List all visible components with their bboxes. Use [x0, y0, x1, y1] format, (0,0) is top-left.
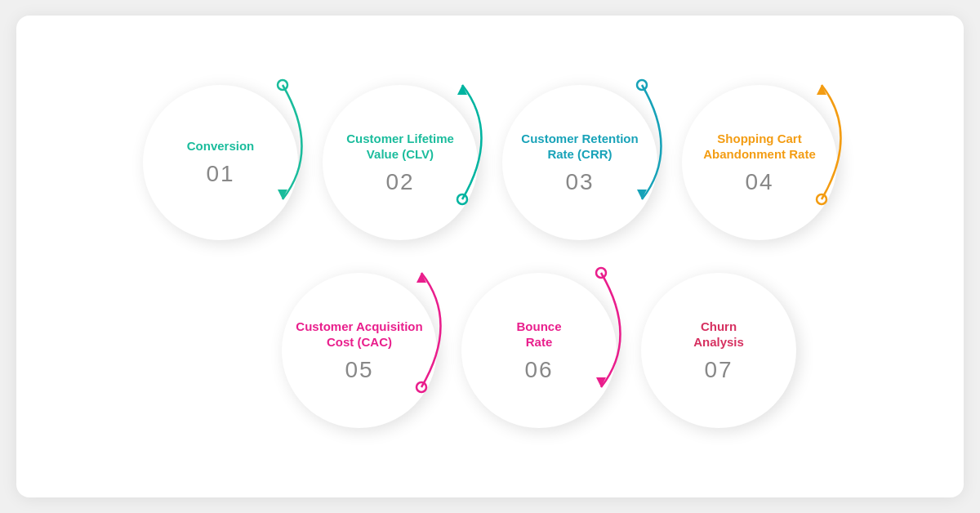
label-7: ChurnAnalysis [681, 319, 756, 350]
arc-6 [595, 256, 644, 404]
number-1: 01 [206, 161, 234, 187]
arc-4 [815, 69, 864, 216]
arc-3 [635, 69, 684, 216]
item-7: ChurnAnalysis 07 [629, 261, 808, 440]
top-row: Conversion 01 Customer LifetimeValue (CL… [131, 73, 849, 252]
item-3: Customer RetentionRate (CRR) 03 [490, 73, 670, 252]
label-5: Customer AcquisitionCost (CAC) [283, 319, 434, 350]
item-1: Conversion 01 [131, 73, 310, 252]
circle-3: Customer RetentionRate (CRR) 03 [502, 85, 657, 240]
circle-2: Customer LifetimeValue (CLV) 02 [323, 85, 478, 240]
number-2: 02 [385, 169, 414, 195]
number-3: 03 [565, 169, 594, 195]
circle-5: Customer AcquisitionCost (CAC) 05 [282, 273, 437, 428]
bottom-row: Customer AcquisitionCost (CAC) 05 Bounce… [270, 261, 808, 440]
label-3: Customer RetentionRate (CRR) [509, 131, 650, 163]
number-5: 05 [345, 357, 373, 383]
item-5: Customer AcquisitionCost (CAC) 05 [270, 261, 449, 440]
number-7: 07 [704, 357, 733, 383]
arc-2 [456, 69, 505, 216]
main-container: Conversion 01 Customer LifetimeValue (CL… [16, 16, 964, 497]
circle-7: ChurnAnalysis 07 [641, 273, 796, 428]
item-4: Shopping CartAbandonment Rate 04 [670, 73, 849, 252]
circle-6: BounceRate 06 [461, 273, 617, 428]
number-6: 06 [524, 357, 553, 383]
label-6: BounceRate [504, 319, 573, 350]
item-2: Customer LifetimeValue (CLV) 02 [310, 73, 490, 252]
label-2: Customer LifetimeValue (CLV) [334, 131, 466, 163]
circle-1: Conversion 01 [143, 85, 298, 240]
circle-4: Shopping CartAbandonment Rate 04 [682, 85, 837, 240]
label-4: Shopping CartAbandonment Rate [691, 131, 828, 163]
arc-5 [415, 256, 464, 404]
item-6: BounceRate 06 [449, 261, 629, 440]
label-1: Conversion [175, 138, 267, 154]
arc-1 [276, 69, 325, 216]
number-4: 04 [745, 169, 773, 195]
